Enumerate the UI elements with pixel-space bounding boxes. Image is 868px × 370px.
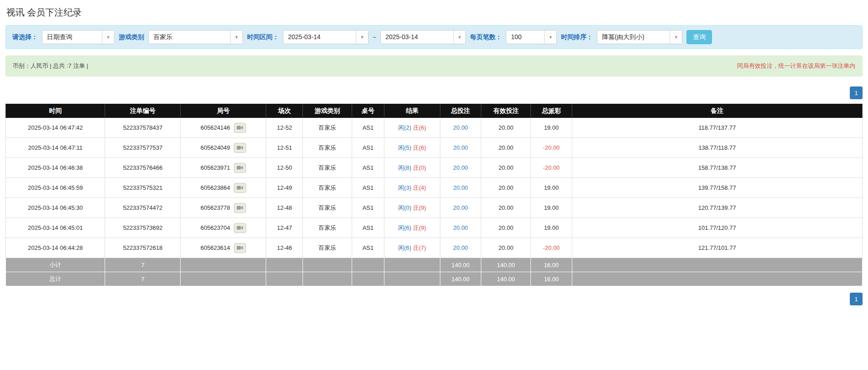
page-button-1[interactable]: 1 [850,86,863,99]
result-banker: 庄(9) [413,224,426,231]
column-header: 备注 [572,104,862,118]
date-from-select[interactable]: 2025-03-14 ▼ [283,30,368,44]
video-replay-button[interactable] [234,223,246,233]
column-header: 游戏类别 [303,104,352,118]
cell-time: 2025-03-14 06:45:30 [6,198,105,218]
page-title: 视讯 会员下注纪录 [5,4,863,25]
cell-valid-bet: 20.00 [481,198,531,218]
total-bet-link[interactable]: 20.00 [453,224,468,231]
round-number: 605623778 [201,204,230,211]
payout-value: 19.00 [544,224,559,231]
sum-empty [266,272,303,286]
date-from-value: 2025-03-14 [283,30,356,44]
result-player: 闲(2) [398,124,411,131]
sort-order-select[interactable]: 降冪(由大到小) ▼ [597,30,682,44]
chevron-down-icon[interactable]: ▼ [453,30,465,44]
query-type-value: 日期查询 [42,30,102,44]
date-to-select[interactable]: 2025-03-14 ▼ [380,30,466,44]
total-bet-link[interactable]: 20.00 [453,164,468,171]
total-bet-link[interactable]: 20.00 [453,124,468,131]
cell-note: 158.77/138.77 [572,158,862,178]
cell-round-id: 605623704 [181,218,266,238]
round-number: 605623614 [201,244,230,251]
cell-time: 2025-03-14 06:47:11 [6,138,105,158]
total-bet-link[interactable]: 20.00 [453,204,468,211]
game-type-select[interactable]: 百家乐 ▼ [148,30,243,44]
page-size-select[interactable]: 100 ▼ [506,30,557,44]
video-replay-button[interactable] [234,143,246,153]
video-replay-button[interactable] [234,163,246,173]
sum-count: 7 [105,258,181,272]
cell-result: 闲(0) 庄(9) [384,198,440,218]
cell-round-id: 605624049 [181,138,266,158]
cell-round-id: 605624146 [181,118,266,138]
cell-total-bet: 20.00 [440,118,481,138]
cell-note: 139.77/158.77 [572,178,862,198]
cell-bet-id: 522337573692 [105,218,181,238]
sum-payout: 16.00 [531,272,572,286]
cell-round-id: 605623778 [181,198,266,218]
cell-payout: -20.00 [531,138,572,158]
cell-game-type: 百家乐 [303,138,352,158]
cell-game-type: 百家乐 [303,198,352,218]
cell-result: 闲(3) 庄(4) [384,178,440,198]
video-camera-icon [237,145,243,150]
cell-game-type: 百家乐 [303,158,352,178]
cell-session: 12-48 [266,198,303,218]
video-replay-button[interactable] [234,123,246,133]
result-player: 闲(3) [398,184,411,191]
cell-table-no: AS1 [352,158,384,178]
sum-empty [266,258,303,272]
cell-bet-id: 522337576466 [105,158,181,178]
total-bet-link[interactable]: 20.00 [453,184,468,191]
total-bet-link[interactable]: 20.00 [453,244,468,251]
cell-payout: 19.00 [531,118,572,138]
cell-valid-bet: 20.00 [481,118,531,138]
sum-payout: 16.00 [531,258,572,272]
cell-round-id: 605623971 [181,158,266,178]
chevron-down-icon[interactable]: ▼ [102,30,114,44]
cell-payout: 19.00 [531,198,572,218]
sum-valid-bet: 140.00 [481,272,531,286]
cell-session: 12-49 [266,178,303,198]
cell-game-type: 百家乐 [303,218,352,238]
chevron-down-icon[interactable]: ▼ [230,30,242,44]
payout-value: 19.00 [544,204,559,211]
cell-payout: -20.00 [531,158,572,178]
video-replay-button[interactable] [234,203,246,213]
chevron-down-icon[interactable]: ▼ [670,30,682,44]
sum-empty [384,258,440,272]
sum-empty [572,272,862,286]
cell-round-id: 605623864 [181,178,266,198]
bet-record-row: 2025-03-14 06:47:11522337577537605624049… [6,138,863,158]
video-replay-button[interactable] [234,183,246,193]
cell-note: 120.77/139.77 [572,198,862,218]
cell-time: 2025-03-14 06:47:42 [6,118,105,138]
cell-round-id: 605623614 [181,238,266,258]
payout-value: -20.00 [543,244,560,251]
cell-payout: 19.00 [531,178,572,198]
total-bet-link[interactable]: 20.00 [453,144,468,151]
video-replay-button[interactable] [234,243,246,253]
video-camera-icon [237,225,243,230]
sum-empty [384,272,440,286]
video-camera-icon [237,185,243,190]
bet-records-table: 时间注单编号局号场次游戏类别桌号结果总投注有效投注总派彩备注 2025-03-1… [5,104,863,286]
cell-session: 12-50 [266,158,303,178]
video-camera-icon [237,245,243,250]
page-button-1[interactable]: 1 [850,293,863,305]
query-type-select[interactable]: 日期查询 ▼ [42,30,115,44]
round-number: 605623864 [201,184,230,191]
bet-record-row: 2025-03-14 06:45:01522337573692605623704… [6,218,863,238]
cell-result: 闲(6) 庄(9) [384,218,440,238]
sum-empty [572,258,862,272]
query-button[interactable]: 查询 [686,30,712,44]
cell-note: 138.77/118.77 [572,138,862,158]
chevron-down-icon[interactable]: ▼ [544,30,556,44]
cell-table-no: AS1 [352,138,384,158]
chevron-down-icon[interactable]: ▼ [356,30,368,44]
filter-bar: 请选择： 日期查询 ▼ 游戏类别 百家乐 ▼ 时间区间： 2025-03-14 … [5,25,863,49]
sum-empty [303,258,352,272]
cell-bet-id: 522337578437 [105,118,181,138]
cell-note: 118.77/137.77 [572,118,862,138]
